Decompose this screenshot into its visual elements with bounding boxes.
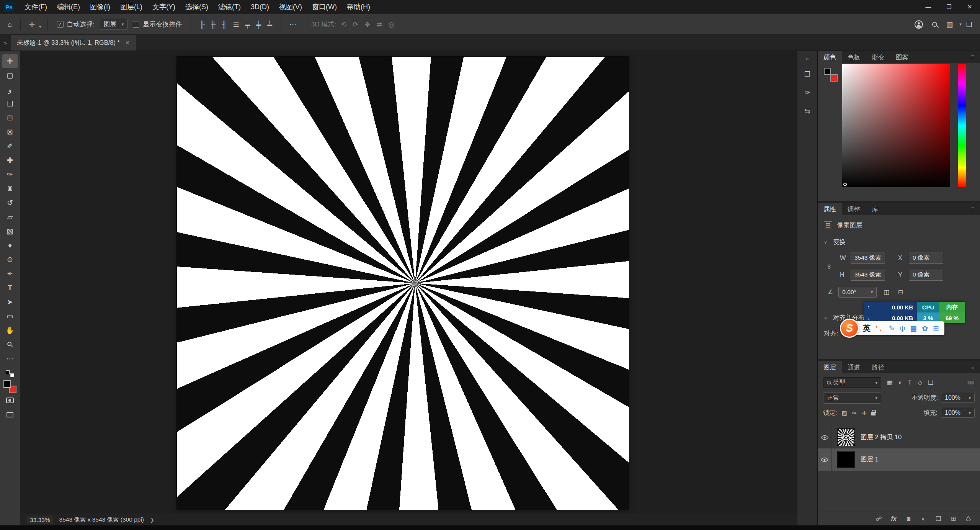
home-icon[interactable]: ⌂ xyxy=(5,20,14,29)
document-canvas[interactable] xyxy=(177,57,629,510)
layer-row[interactable]: 图层 2 拷贝 10 xyxy=(818,426,980,448)
tab-swatches[interactable]: 色板 xyxy=(842,51,866,63)
type-tool[interactable]: T xyxy=(2,281,18,295)
eyedropper-tool[interactable]: ✐ xyxy=(2,139,18,153)
menu-item[interactable]: 文字(Y) xyxy=(147,0,180,14)
menu-item[interactable]: 视图(V) xyxy=(274,0,307,14)
layer-filter-dropdown[interactable]: 类型 ▾ xyxy=(823,377,881,388)
foreground-background-swatches[interactable] xyxy=(3,380,16,393)
tab-libraries[interactable]: 库 xyxy=(866,203,884,215)
distribute-centers-icon[interactable]: ☰ xyxy=(231,20,242,29)
more-options-icon[interactable]: ⋯ xyxy=(287,20,299,29)
tab-paths[interactable]: 路径 xyxy=(866,361,890,373)
edit-toolbar-icon[interactable]: ⋯ xyxy=(2,352,18,366)
layer-effects-icon[interactable]: fx xyxy=(887,515,901,523)
chevron-down-icon[interactable]: ∨ xyxy=(824,315,829,321)
lock-transparent-pixels-icon[interactable]: ▨ xyxy=(840,409,848,417)
swap-colors-icon[interactable] xyxy=(6,370,14,377)
tab-properties[interactable]: 属性 xyxy=(818,203,842,215)
tab-patterns[interactable]: 图案 xyxy=(890,51,914,63)
canvas-viewport[interactable] xyxy=(20,51,797,514)
lock-all-icon[interactable] xyxy=(871,412,875,415)
align-right-edges-icon[interactable]: ╢ xyxy=(220,20,229,29)
layer-thumbnail[interactable] xyxy=(837,451,855,468)
panel-menu-icon[interactable]: ≡ xyxy=(965,51,980,63)
color-panel-swatches[interactable] xyxy=(824,68,838,82)
minimize-button[interactable]: — xyxy=(918,0,939,14)
tab-gradients[interactable]: 渐变 xyxy=(866,51,890,63)
adjustment-layer-icon[interactable]: ◐ xyxy=(916,515,931,523)
flip-vertical-icon[interactable]: ⊟ xyxy=(896,288,904,296)
height-input[interactable]: 3543 像素 xyxy=(851,269,885,281)
auto-select-checkbox[interactable]: ✓ 自动选择: xyxy=(57,20,95,29)
show-transform-checkbox[interactable]: 显示变换控件 xyxy=(133,20,182,29)
menu-item[interactable]: 编辑(E) xyxy=(52,0,85,14)
add-layer-mask-icon[interactable]: ◙ xyxy=(902,515,916,523)
workspace-icon[interactable]: ❏ xyxy=(964,20,975,29)
visibility-eye-icon[interactable] xyxy=(818,426,831,448)
path-selection-tool[interactable]: ➤ xyxy=(2,295,18,309)
new-layer-icon[interactable]: ⊞ xyxy=(946,515,960,523)
layer-row[interactable]: 图层 1 xyxy=(818,448,980,471)
x-position-input[interactable]: 0 像素 xyxy=(909,252,943,264)
align-top-edges-icon[interactable]: ╤ xyxy=(243,20,253,29)
gradient-tool[interactable]: ▧ xyxy=(2,224,18,238)
screen-mode-button[interactable] xyxy=(2,407,18,422)
history-panel-icon[interactable]: ❐ xyxy=(804,70,810,79)
panel-menu-icon[interactable]: ≡ xyxy=(965,203,980,215)
hand-tool[interactable]: ✋ xyxy=(2,323,18,337)
tab-layers[interactable]: 图层 xyxy=(818,361,842,373)
crop-tool[interactable]: ⊡ xyxy=(2,111,18,125)
history-brush-tool[interactable]: ↺ xyxy=(2,196,18,210)
saturation-brightness-field[interactable] xyxy=(842,64,950,187)
blend-mode-dropdown[interactable]: 正常 ▾ xyxy=(823,393,881,404)
menu-item[interactable]: 图像(I) xyxy=(85,0,115,14)
lock-position-icon[interactable]: ✛ xyxy=(861,409,868,417)
width-input[interactable]: 3543 像素 xyxy=(851,252,885,264)
quick-mask-button[interactable] xyxy=(2,393,18,407)
chevron-down-icon[interactable]: ▾ xyxy=(959,22,962,27)
close-tab-icon[interactable]: ✕ xyxy=(125,40,130,46)
zoom-level-field[interactable]: 33.33% xyxy=(27,516,53,524)
tab-channels[interactable]: 通道 xyxy=(842,361,866,373)
menu-item[interactable]: 图层(L) xyxy=(115,0,147,14)
menu-item[interactable]: 帮助(H) xyxy=(342,0,375,14)
voice-icon[interactable]: ψ xyxy=(900,324,905,333)
menu-item[interactable]: 文件(F) xyxy=(20,0,52,14)
object-selection-tool[interactable]: ❏ xyxy=(2,97,18,111)
move-tool[interactable]: ✛ xyxy=(2,54,18,68)
rectangular-marquee-tool[interactable]: ▢ xyxy=(2,68,18,82)
tab-color[interactable]: 颜色 xyxy=(818,51,842,63)
menu-item[interactable]: 3D(D) xyxy=(246,0,274,14)
background-color-swatch[interactable] xyxy=(830,74,838,82)
delete-layer-icon[interactable]: ♺ xyxy=(961,515,975,523)
hue-slider[interactable] xyxy=(958,64,966,187)
current-tool-button[interactable]: ✛ ▾ xyxy=(27,20,41,29)
new-group-icon[interactable]: ❒ xyxy=(931,515,946,523)
flip-horizontal-icon[interactable]: ◫ xyxy=(882,288,891,296)
account-icon[interactable] xyxy=(915,20,923,29)
chevron-down-icon[interactable]: ∨ xyxy=(824,239,829,245)
ime-punctuation-indicator[interactable]: ’， xyxy=(875,324,884,333)
rotation-input[interactable]: 0.00° ▾ xyxy=(838,287,877,298)
expand-panels-icon[interactable]: « xyxy=(797,53,817,63)
fill-dropdown[interactable]: 100% ▾ xyxy=(941,408,975,418)
color-picker-pointer[interactable] xyxy=(843,183,847,186)
filter-type-layers-icon[interactable]: T xyxy=(907,379,913,386)
keyboard-icon[interactable]: ▤ xyxy=(910,324,917,333)
filter-pixel-layers-icon[interactable]: ▦ xyxy=(886,379,894,386)
opacity-dropdown[interactable]: 100% ▾ xyxy=(941,393,975,403)
link-layers-icon[interactable]: ☍ xyxy=(872,515,886,523)
sogou-logo[interactable]: S xyxy=(840,319,859,338)
link-dimensions-icon[interactable]: ∞ xyxy=(825,264,833,269)
frame-tool[interactable]: ⊠ xyxy=(2,125,18,139)
clone-source-panel-icon[interactable]: ⇆ xyxy=(804,107,810,115)
brush-tool[interactable]: ✑ xyxy=(2,167,18,182)
align-bottom-edges-icon[interactable]: ╧ xyxy=(265,20,274,29)
toolbar-overflow-icon[interactable]: » xyxy=(0,35,11,51)
menu-item[interactable]: 窗口(W) xyxy=(307,0,342,14)
menu-item[interactable]: 滤镜(T) xyxy=(213,0,246,14)
toolbox-icon[interactable]: ⊞ xyxy=(933,324,939,333)
lock-image-pixels-icon[interactable]: ✑ xyxy=(851,409,858,417)
panel-menu-icon[interactable]: ≡ xyxy=(965,361,980,373)
